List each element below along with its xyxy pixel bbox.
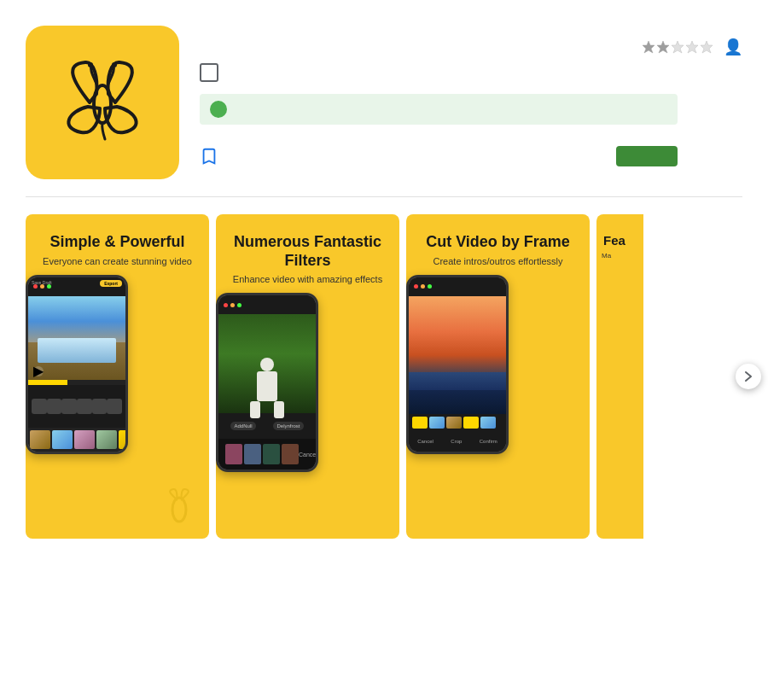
ctrl-4 (77, 399, 92, 414)
sc3-cut-controls: Cancel Crop Confirm (409, 431, 506, 452)
app-icon (26, 26, 179, 179)
screenshots-track: Simple & Powerful Everyone can create st… (0, 214, 768, 539)
star-5 (700, 40, 713, 54)
sc2-bottom-row: Cancel Filters Confirm (218, 439, 316, 470)
star-rating (642, 40, 713, 54)
age-row (200, 63, 742, 82)
crop-cut: Crop (451, 439, 462, 444)
ft-shadow (225, 444, 242, 464)
sc2-phone: AddNull Delynfrost Cancel Filters (216, 293, 318, 472)
cancel-cut: Cancel (417, 439, 433, 444)
sc1-controls (28, 385, 125, 428)
wishlist-button[interactable] (200, 140, 225, 172)
tl3 (446, 417, 462, 429)
sc3-top-bar (409, 277, 506, 296)
app-header: 👤 (0, 0, 768, 196)
wishlist-icon (200, 147, 218, 166)
sc2-title: Numerous Fantastic Filters (216, 233, 399, 270)
ctrl-3 (61, 399, 77, 414)
tl1 (412, 417, 428, 429)
svg-point-8 (172, 498, 186, 522)
compatibility-row (200, 94, 678, 125)
sc2-image (218, 314, 316, 413)
star-3 (671, 40, 684, 54)
app-meta-row: 👤 (200, 38, 742, 56)
svg-point-1 (88, 62, 93, 67)
sc1-phone: Save Draft Export ▶ (26, 275, 128, 454)
scroll-right-button[interactable] (736, 364, 761, 389)
person-icon: 👤 (724, 38, 742, 56)
star-1 (642, 40, 655, 54)
sc4-subtitle: Ma (596, 252, 643, 260)
sc3-screen: Cancel Crop Confirm (409, 277, 506, 452)
tl4 (463, 417, 479, 429)
film-2 (52, 430, 73, 449)
draft-label: Save Draft (32, 280, 52, 285)
ctrl-2 (47, 399, 62, 414)
confirm-cut: Confirm (480, 439, 497, 444)
star-4 (685, 40, 699, 54)
star-2 (656, 40, 670, 54)
sc4-title: Fea (596, 233, 643, 248)
app-info: 👤 (200, 26, 742, 172)
sc3-timeline (409, 414, 506, 431)
screenshot-3: Cut Video by Frame Create intros/outros … (406, 214, 590, 539)
screenshot-1: Simple & Powerful Everyone can create st… (26, 214, 209, 539)
film-1 (30, 430, 50, 449)
filter-delynfrost: Delynfrost (273, 422, 303, 430)
sc1-filmstrip (28, 428, 125, 452)
sc2-subtitle: Enhance video with amazing effects (216, 274, 399, 284)
rating-block: 👤 (642, 38, 742, 56)
esrb-badge (200, 63, 218, 82)
dot-g (47, 284, 51, 289)
install-button[interactable] (616, 146, 678, 166)
tl2 (429, 417, 445, 429)
filter-thumbs (225, 444, 299, 464)
ft-zoom (282, 444, 299, 464)
sc1-screen: Save Draft Export ▶ (28, 277, 125, 452)
chevron-right-icon (742, 370, 754, 382)
svg-marker-6 (686, 41, 698, 53)
sc1-title: Simple & Powerful (26, 233, 209, 252)
sc1-progress (28, 380, 125, 385)
svg-point-2 (112, 62, 117, 67)
svg-marker-4 (657, 41, 669, 53)
sc2-action-btns: Cancel Filters Confirm (299, 452, 316, 458)
film-5 (119, 430, 125, 449)
ft-glow (244, 444, 261, 464)
sc1-progress-fill (28, 380, 67, 385)
bee-logo-svg (47, 47, 158, 158)
sc1-image: ▶ (28, 296, 125, 380)
svg-marker-3 (643, 41, 655, 53)
screenshots-section: Simple & Powerful Everyone can create st… (0, 197, 768, 556)
sc1-subtitle: Everyone can create stunning video (26, 256, 209, 266)
ctrl-5 (92, 399, 108, 414)
filter-addnull: AddNull (230, 422, 255, 430)
dot-red (33, 284, 38, 289)
action-row (200, 140, 678, 172)
svg-marker-5 (672, 41, 684, 53)
sc1-decoration (158, 484, 201, 530)
sc1-top-bar: Save Draft Export (28, 277, 125, 296)
svg-point-0 (94, 85, 111, 123)
sc2-filter-row: AddNull Delynfrost (218, 413, 316, 439)
film-3 (74, 430, 95, 449)
screenshot-4-partial: Fea Ma (596, 214, 643, 539)
cancel-btn-sc2: Cancel (299, 452, 316, 458)
svg-marker-7 (701, 41, 713, 53)
tl5 (480, 417, 496, 429)
sc2-screen: AddNull Delynfrost Cancel Filters (218, 295, 316, 470)
sc3-phone: Cancel Crop Confirm (406, 275, 509, 454)
sc2-top-bar (218, 295, 316, 314)
export-btn: Export (100, 280, 122, 287)
sc3-subtitle: Create intros/outros effortlessly (406, 256, 590, 266)
sc3-title: Cut Video by Frame (406, 233, 590, 252)
ft-waterwave (263, 444, 280, 464)
dot-y (40, 284, 44, 289)
sc3-image (409, 296, 506, 414)
film-4 (96, 430, 117, 449)
play-btn: ▶ (33, 366, 44, 376)
ctrl-6 (107, 399, 122, 414)
ctrl-1 (32, 399, 47, 414)
person-silhouette (250, 358, 284, 413)
